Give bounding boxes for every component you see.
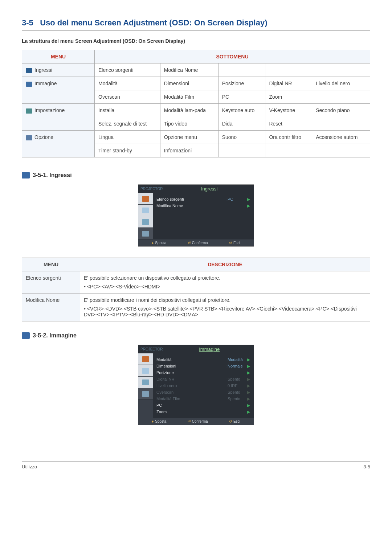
osd-title: Ingressi [165, 185, 254, 193]
impostazione-icon [26, 108, 32, 114]
osd-row: Modalità: Modalità▶ [156, 356, 250, 363]
move-icon: ♦ [152, 241, 154, 245]
footer-right: 3-5 [363, 464, 370, 469]
opzione-icon [26, 135, 32, 140]
structure-subtitle: La struttura del menu Screen Adjustment … [22, 38, 370, 44]
arrow-right-icon: ▶ [247, 370, 250, 375]
arrow-right-icon: ▶ [247, 403, 250, 408]
arrow-right-icon: ▶ [247, 377, 250, 382]
osd-nav-ingressi-icon [142, 196, 149, 202]
th-sottomenu: SOTTOMENU [95, 50, 370, 63]
th-menu2: MENU [22, 258, 80, 271]
osd-nav-impostazione-icon [142, 379, 149, 385]
arrow-right-icon: ▶ [247, 397, 250, 401]
section-heading: 3-5 Uso del menu Screen Adjustment (OSD:… [22, 18, 370, 31]
page-footer: Utilizzo 3-5 [22, 461, 370, 469]
menu-structure-table: MENU SOTTOMENU Ingressi Elenco sorgenti … [22, 50, 370, 157]
return-icon: ↺ [229, 419, 232, 423]
section-number: 3-5 [22, 18, 33, 27]
osd-nav-immagine-icon [142, 208, 149, 213]
section-title-text: Uso del menu Screen Adjustment (OSD: On … [40, 18, 267, 27]
th-menu: MENU [22, 50, 95, 63]
enter-icon: ⏎ [188, 419, 191, 423]
arrow-right-icon: ▶ [247, 390, 250, 395]
footer-left: Utilizzo [22, 464, 37, 469]
subsection-351: 3-5-1. Ingressi [22, 172, 370, 178]
osd-title2: Immagine [165, 345, 254, 353]
osd-nav-opzione-icon [142, 391, 149, 397]
osd-row: Digital NR: Spento▶ [156, 376, 250, 382]
osd-immagine: PROJECTOR Immagine Modalità: Modalità▶Di… [138, 345, 254, 425]
arrow-right-icon: ▶ [247, 204, 250, 208]
th-descrizione: DESCRIZIONE [80, 258, 370, 271]
enter-icon: ⏎ [188, 241, 191, 245]
osd-nav-immagine-icon [142, 368, 149, 374]
osd-footer: ♦ Sposta ⏎ Conferma ↺ Esci [138, 239, 254, 246]
osd-row: Dimensioni: Normale▶ [156, 363, 250, 369]
osd-side-nav [138, 193, 153, 239]
row-immagine: Immagine [22, 77, 95, 104]
osd-nav-ingressi-icon [142, 356, 149, 362]
osd-side-nav2 [138, 353, 153, 418]
osd-row: Posizione▶ [156, 369, 250, 376]
subsection-352: 3-5-2. Immagine [22, 332, 370, 339]
arrow-right-icon: ▶ [247, 410, 250, 414]
osd-footer2: ♦ Sposta ⏎ Conferma ↺ Esci [138, 418, 254, 425]
osd-row: Livello nero: 0 IRE▶ [156, 382, 250, 389]
ingressi-icon [26, 68, 32, 73]
arrow-right-icon: ▶ [247, 197, 250, 202]
osd-row: Overscan: Spento▶ [156, 389, 250, 395]
arrow-right-icon: ▶ [247, 364, 250, 369]
immagine-icon [26, 82, 32, 87]
osd-ingressi: PROJECTOR Ingressi Elenco sorgenti: PC▶ … [138, 184, 254, 247]
osd-row: PC▶ [156, 402, 250, 409]
row-opzione: Opzione [22, 131, 95, 157]
immagine-section-icon [22, 332, 30, 339]
return-icon: ↺ [229, 241, 232, 245]
osd-row: Zoom▶ [156, 409, 250, 415]
osd-nav-opzione-icon [142, 231, 149, 237]
ingressi-section-icon [22, 172, 30, 178]
arrow-right-icon: ▶ [247, 357, 250, 362]
osd-projector-label2: PROJECTOR [138, 346, 165, 353]
arrow-right-icon: ▶ [247, 383, 250, 388]
osd-row: Modalità Film: Spento▶ [156, 395, 250, 402]
osd-projector-label: PROJECTOR [138, 185, 165, 192]
row-impostazione: Impostazione [22, 104, 95, 131]
osd-nav-impostazione-icon [142, 219, 149, 225]
row-ingressi: Ingressi [22, 63, 95, 77]
ingressi-desc-table: MENU DESCRIZIONE Elenco sorgenti E' poss… [22, 258, 370, 321]
move-icon: ♦ [152, 419, 154, 423]
